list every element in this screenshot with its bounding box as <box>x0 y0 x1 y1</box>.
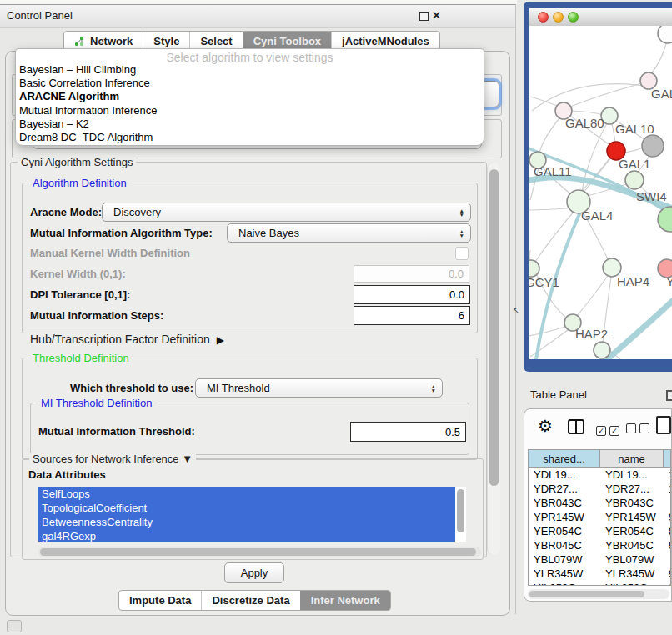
network-node[interactable] <box>658 207 672 232</box>
mi-threshold-field[interactable]: 0.5 <box>350 422 466 442</box>
table-cell[interactable]: YDR27... <box>529 482 600 496</box>
gear-icon[interactable]: ⚙ <box>538 416 553 436</box>
network-canvas[interactable]: GALGAL80GAL10GAL1GAL11SWI4GAL4GCY1HAP4YH… <box>529 26 672 359</box>
attribute-item-selfloops[interactable]: SelfLoops <box>38 487 455 501</box>
threshold-select[interactable]: MI Threshold ▲▼ <box>195 378 443 398</box>
table-cell[interactable]: YLR345W <box>600 567 664 581</box>
tab-impute-data[interactable]: Impute Data <box>119 591 201 610</box>
hub-definition-toggle[interactable]: Hub/Transcription Factor Definition▶ <box>30 332 224 346</box>
table-cell[interactable]: YPR145W <box>600 510 664 524</box>
table-cell[interactable]: 13 <box>664 468 671 482</box>
table-cell[interactable]: YBR043C <box>529 496 600 510</box>
table-row[interactable]: YDR27...YDR27...12 <box>529 482 670 496</box>
control-panel-titlebar: Control Panel ✕ <box>0 5 515 28</box>
network-node[interactable] <box>625 171 644 189</box>
attributes-hscrollbar[interactable] <box>38 547 481 558</box>
table-hscrollbar-thumb[interactable] <box>529 591 644 598</box>
table-cell[interactable]: YDL19... <box>600 468 664 482</box>
combo-arrows-icon: ▲▼ <box>431 384 436 392</box>
table-cell[interactable]: 9. <box>664 581 671 586</box>
table-cell[interactable]: YDR27... <box>600 482 664 496</box>
attribute-item-gal4rgexp[interactable]: gal4RGexp <box>38 529 455 542</box>
dropdown-item-bayesian-hill-climbing[interactable]: Bayesian – Hill Climbing <box>16 63 484 77</box>
table-cell[interactable]: 12 <box>664 482 671 496</box>
table-row[interactable]: YBR043CYBR043C <box>529 496 670 510</box>
table-cell[interactable]: YPR145W <box>529 510 600 524</box>
dropdown-item-dream8[interactable]: Dream8 DC_TDC Algorithm <box>16 131 484 144</box>
table-cell[interactable]: YBR045C <box>529 538 600 552</box>
table-cell[interactable]: YBL079W <box>600 552 664 567</box>
attribute-item-topologicalcoefficient[interactable]: TopologicalCoefficient <box>38 501 455 515</box>
settings-scrollbar-thumb[interactable] <box>489 169 499 486</box>
network-node[interactable] <box>529 260 539 277</box>
tab-infer-network[interactable]: Infer Network <box>300 591 390 610</box>
table-cell[interactable]: YER054C <box>529 524 600 538</box>
node-table: shared...nameA YDL19...YDL19...13YDR27..… <box>528 449 671 586</box>
table-cell[interactable]: YBR045C <box>600 538 664 552</box>
table-hscrollbar[interactable] <box>528 589 669 599</box>
network-node-label: GAL4 <box>581 208 613 222</box>
settings-scrollbar[interactable] <box>487 162 500 555</box>
attributes-hscrollbar-thumb[interactable] <box>40 548 476 556</box>
dropdown-item-aracne[interactable]: ARACNE Algorithm <box>16 90 484 103</box>
aracne-mode-select[interactable]: Discovery ▲▼ <box>102 202 471 222</box>
minimize-window-icon[interactable] <box>553 12 564 22</box>
table-cell[interactable]: YBL079W <box>529 552 600 567</box>
apply-button[interactable]: Apply <box>224 562 284 583</box>
table-column-header[interactable]: name <box>600 450 664 468</box>
attribute-item-betweennesscentrality[interactable]: BetweennessCentrality <box>38 515 455 529</box>
dropdown-item-bayesian-k2[interactable]: Bayesian – K2 <box>16 118 484 131</box>
mi-steps-field[interactable]: 6 <box>354 306 470 325</box>
table-cell[interactable]: 9. <box>664 538 671 552</box>
manual-kernel-label: Manual Kernel Width Definition <box>30 247 190 259</box>
network-node-label: GAL1 <box>619 157 650 171</box>
table-cell[interactable]: 8. <box>664 524 671 538</box>
table-cell[interactable]: YIL052C <box>529 581 600 586</box>
network-node[interactable] <box>658 26 672 43</box>
table-panel-float-icon[interactable] <box>666 390 672 401</box>
tab-discretize-data[interactable]: Discretize Data <box>201 591 299 610</box>
table-cell[interactable]: 9. <box>664 567 671 581</box>
sources-group-title[interactable]: Sources for Network Inference ▼ <box>29 452 196 465</box>
network-window-titlebar <box>529 8 672 27</box>
collapsed-panel-icon[interactable] <box>7 620 22 632</box>
table-cell[interactable]: YLR345W <box>529 567 600 581</box>
network-view-window[interactable]: GALGAL80GAL10GAL1GAL11SWI4GAL4GCY1HAP4YH… <box>524 2 672 372</box>
float-panel-icon[interactable] <box>419 12 429 21</box>
new-table-icon[interactable] <box>656 416 671 434</box>
table-column-header[interactable]: shared... <box>529 450 600 468</box>
dpi-tolerance-field[interactable]: 0.0 <box>354 285 470 304</box>
network-node-label: Y <box>666 274 672 288</box>
table-row[interactable]: YPR145WYPR145W9. <box>529 510 670 524</box>
table-row[interactable]: YBR045CYBR045C9. <box>529 538 670 552</box>
table-cell[interactable]: YER054C <box>600 524 664 538</box>
table-cell[interactable]: YDL19... <box>529 468 600 482</box>
network-node[interactable] <box>594 342 610 358</box>
manual-kernel-checkbox[interactable] <box>455 247 469 260</box>
table-row[interactable]: YDL19...YDL19...13 <box>529 468 670 482</box>
deselect-all-checkboxes-icon[interactable] <box>626 422 653 437</box>
mi-type-select[interactable]: Naive Bayes ▲▼ <box>227 223 471 242</box>
attributes-scrollbar-thumb[interactable] <box>457 489 464 532</box>
attributes-scrollbar[interactable] <box>455 487 466 542</box>
network-node[interactable] <box>642 135 664 157</box>
kernel-width-field[interactable]: 0.0 <box>354 265 469 282</box>
table-row[interactable]: YIL052CYIL052C9. <box>529 581 670 586</box>
table-cell[interactable] <box>664 552 671 567</box>
columns-icon[interactable] <box>568 419 584 434</box>
cyni-algorithm-settings-title: Cyni Algorithm Settings <box>18 156 136 168</box>
table-column-header[interactable]: A <box>664 450 671 468</box>
table-row[interactable]: YBL079WYBL079W <box>529 552 670 567</box>
table-row[interactable]: YER054CYER054C8. <box>529 524 670 538</box>
dropdown-item-basic-correlation[interactable]: Basic Correlation Inference <box>16 77 484 90</box>
table-cell[interactable]: 9. <box>664 510 671 524</box>
close-panel-icon[interactable]: ✕ <box>432 9 441 22</box>
select-all-checkboxes-icon[interactable]: ✓✓ <box>596 422 623 437</box>
dropdown-item-mutual-information[interactable]: Mutual Information Inference <box>16 104 484 118</box>
table-row[interactable]: YLR345WYLR345W9. <box>529 567 670 581</box>
table-cell[interactable]: YBR043C <box>600 496 664 510</box>
zoom-window-icon[interactable] <box>568 12 579 22</box>
table-cell[interactable] <box>664 496 671 510</box>
table-cell[interactable]: YIL052C <box>600 581 664 586</box>
close-window-icon[interactable] <box>538 12 549 22</box>
